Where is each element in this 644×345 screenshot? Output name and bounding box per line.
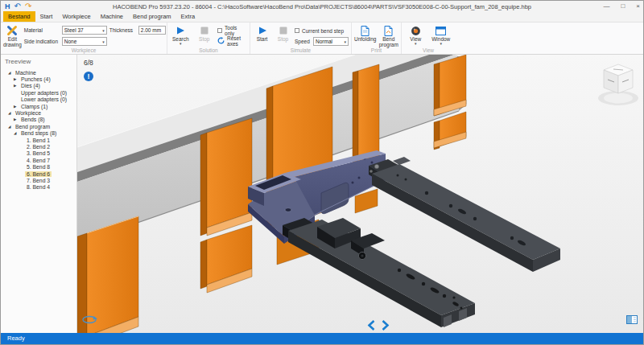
- tab-bend-program[interactable]: Bend program: [128, 11, 176, 22]
- treeview-items: ◢Machine▶Punches (4)▶Dies (4)Upper adapt…: [5, 69, 76, 191]
- group-label-simulate: Simulate: [250, 47, 351, 54]
- search-button[interactable]: Search ▾: [170, 24, 192, 45]
- ribbon-group-view: View ▾ Window ▾ View: [402, 23, 455, 54]
- group-label-solution: Solution: [167, 47, 250, 54]
- reset-axes-label: Reset axes: [227, 35, 247, 47]
- stop-label: Stop: [199, 36, 209, 42]
- stop-icon: [200, 25, 208, 36]
- 3d-scene: [77, 55, 643, 333]
- edit-drawing-icon: [6, 25, 18, 36]
- treeview-panel: Treeview ◢Machine▶Punches (4)▶Dies (4)Up…: [1, 55, 77, 333]
- unfolding-button[interactable]: Unfolding: [354, 24, 376, 42]
- close-button[interactable]: ×: [636, 1, 640, 12]
- tree-collapsed-icon[interactable]: ▶: [14, 117, 19, 121]
- tree-item-machine[interactable]: ◢Machine: [5, 69, 76, 76]
- tab-workpiece[interactable]: Workpiece: [57, 11, 95, 22]
- maximize-button[interactable]: □: [621, 1, 625, 12]
- backgauge-2: [283, 218, 475, 327]
- tree-item-bend-steps-8-[interactable]: ◢Bend steps (8): [5, 130, 76, 137]
- window-button[interactable]: Window ▾: [430, 24, 453, 45]
- next-step-icon[interactable]: [382, 320, 389, 331]
- tools-only-checkbox[interactable]: Tools only: [217, 27, 247, 35]
- start-button[interactable]: Start: [253, 24, 271, 42]
- tree-item-clamps-1-[interactable]: ▶Clamps (1): [5, 103, 76, 109]
- tree-item-8-bend-4[interactable]: 8. Bend 4: [5, 184, 76, 191]
- tree-item-label: 1. Bend 1: [25, 138, 52, 143]
- minimize-button[interactable]: —: [603, 1, 609, 12]
- group-label-print: Print: [352, 47, 401, 54]
- manual-book-icon[interactable]: [626, 313, 638, 327]
- chevron-down-icon: ▾: [440, 42, 442, 45]
- checkbox-icon: [295, 28, 299, 33]
- document-icon: [361, 25, 369, 36]
- window-controls: — □ ×: [603, 1, 640, 12]
- simulate-stop-button[interactable]: Stop: [274, 24, 292, 42]
- tree-item-4-bend-7[interactable]: 4. Bend 7: [5, 157, 76, 163]
- tree-item-1-bend-1[interactable]: 1. Bend 1: [5, 137, 76, 143]
- solution-stop-button[interactable]: Stop: [194, 24, 216, 42]
- tree-expanded-icon[interactable]: ◢: [8, 71, 14, 75]
- tree-item-workpiece[interactable]: ◢Workpiece: [5, 109, 76, 116]
- tree-item-label: Bend steps (8): [19, 130, 58, 136]
- tree-item-label: 8. Bend 4: [25, 184, 52, 190]
- material-select[interactable]: Steel 37 ▾: [62, 26, 107, 35]
- side-indication-select[interactable]: None ▾: [62, 37, 107, 46]
- tree-item-label: Bend program: [14, 124, 52, 129]
- chevron-down-icon: ▾: [102, 39, 105, 44]
- tree-item-5-bend-8[interactable]: 5. Bend 8: [5, 163, 76, 170]
- tree-item-2-bend-2[interactable]: 2. Bend 2: [5, 143, 76, 150]
- info-icon[interactable]: !: [84, 72, 93, 81]
- tree-item-label: Upper adapters (0): [19, 90, 68, 96]
- thickness-field[interactable]: 2.00 mm: [138, 26, 166, 35]
- tree-item-7-bend-3[interactable]: 7. Bend 3: [5, 177, 76, 183]
- menu-tabs: BestandStartWorkpieceMachineBend program…: [1, 12, 643, 23]
- edit-drawing-button[interactable]: Edit drawing: [3, 24, 22, 47]
- speed-label: Speed: [295, 39, 311, 44]
- start-play-icon: [258, 25, 267, 36]
- tree-item-bend-program[interactable]: ◢Bend program: [5, 123, 76, 129]
- tab-start[interactable]: Start: [35, 11, 58, 22]
- view-cube[interactable]: [598, 64, 638, 105]
- tree-expanded-icon[interactable]: ◢: [14, 131, 19, 135]
- edit-drawing-label: Edit drawing: [3, 36, 22, 47]
- bend-program-button[interactable]: Bend program: [378, 24, 398, 47]
- reset-axes-button[interactable]: Reset axes: [217, 37, 247, 45]
- tree-item-upper-adapters-0-[interactable]: Upper adapters (0): [5, 89, 76, 96]
- tree-item-label: Punches (4): [19, 76, 52, 82]
- current-bend-step-checkbox[interactable]: Current bend step: [295, 27, 349, 35]
- bend-step-counter: 6/8: [84, 59, 93, 67]
- chevron-down-icon: ▾: [180, 42, 182, 45]
- rotate-view-icon[interactable]: [81, 314, 97, 328]
- tree-item-punches-4-[interactable]: ▶Punches (4): [5, 76, 76, 82]
- tree-item-label: Machine: [14, 70, 38, 76]
- tab-extra[interactable]: Extra: [176, 11, 200, 22]
- reset-axes-icon: [217, 37, 225, 45]
- window-icon: [436, 25, 446, 36]
- 3d-viewport[interactable]: 6/8 !: [77, 55, 643, 333]
- previous-step-icon[interactable]: [367, 320, 374, 331]
- tree-expanded-icon[interactable]: ◢: [8, 111, 14, 115]
- tree-collapsed-icon[interactable]: ▶: [14, 77, 19, 81]
- search-play-icon: [175, 25, 185, 36]
- tree-item-label: Clamps (1): [19, 104, 49, 109]
- ribbon-group-simulate: Start Stop Current bend step Speed Norma…: [250, 23, 352, 54]
- tree-item-bends-8-[interactable]: ▶Bends (8): [5, 117, 76, 123]
- tree-item-lower-adapters-0-[interactable]: Lower adapters (0): [5, 97, 76, 103]
- view-button[interactable]: View ▾: [404, 24, 427, 45]
- tree-expanded-icon[interactable]: ◢: [8, 125, 14, 129]
- ribbon-group-solution: Search ▾ Stop Tools only Reset axe: [167, 23, 250, 54]
- chevron-down-icon: ▾: [102, 28, 105, 33]
- chevron-down-icon: ▾: [415, 42, 417, 45]
- tree-item-dies-4-[interactable]: ▶Dies (4): [5, 83, 76, 89]
- backgauge-1: [369, 157, 560, 272]
- tree-item-6-bend-6[interactable]: 6. Bend 6: [5, 170, 76, 177]
- tree-collapsed-icon[interactable]: ▶: [14, 84, 19, 88]
- speed-select[interactable]: Normal ▾: [313, 37, 349, 46]
- tree-item-3-bend-5[interactable]: 3. Bend 5: [5, 150, 76, 157]
- current-bend-step-label: Current bend step: [302, 28, 344, 34]
- titlebar: H ↶ ↷ HACOBEND Pro 5937.23.20 - 86004 - …: [1, 1, 643, 12]
- tab-machine[interactable]: Machine: [96, 11, 128, 22]
- treeview-title: Treeview: [5, 58, 76, 65]
- tab-bestand[interactable]: Bestand: [3, 11, 35, 22]
- tree-collapsed-icon[interactable]: ▶: [14, 105, 19, 109]
